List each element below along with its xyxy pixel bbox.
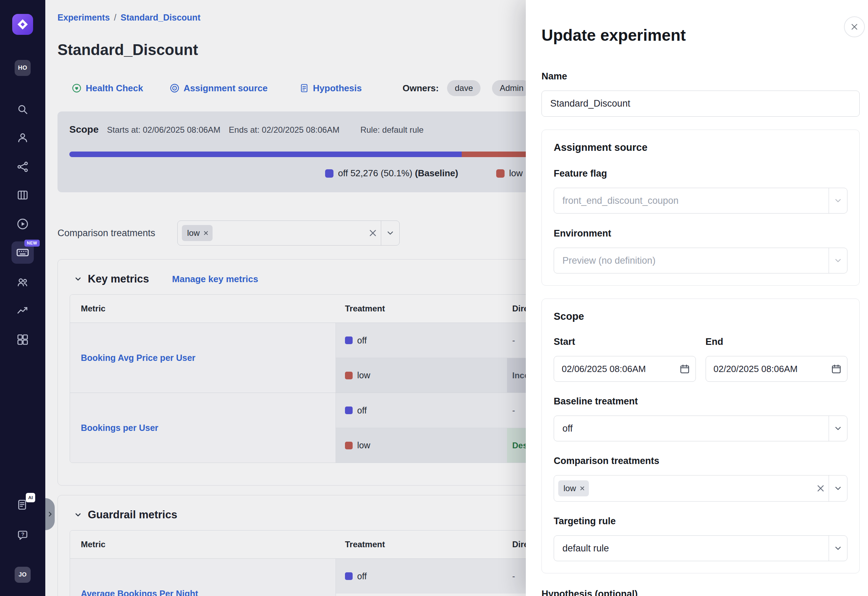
environment-select[interactable]: Preview (no definition) bbox=[554, 248, 847, 273]
metric-link[interactable]: Bookings per User bbox=[81, 423, 158, 433]
scope-section-title: Scope bbox=[554, 311, 847, 322]
sidebar-item-sessions[interactable] bbox=[14, 215, 31, 232]
metric-link[interactable]: Average Bookings Per Night bbox=[81, 589, 198, 596]
end-date-input[interactable]: 02/20/2025 08:06AM bbox=[706, 356, 848, 382]
treatment-chip-low[interactable]: low bbox=[558, 480, 589, 496]
sidebar-item-columns[interactable] bbox=[14, 187, 31, 204]
sidebar-item-audiences[interactable] bbox=[14, 274, 31, 291]
sidebar-item-help[interactable]: ? bbox=[14, 527, 31, 544]
feature-flag-label: Feature flag bbox=[554, 168, 847, 179]
off-swatch bbox=[345, 407, 353, 414]
search-icon bbox=[16, 103, 29, 116]
legend-baseline: off 52,276 (50.1%) (Baseline) bbox=[325, 168, 458, 179]
feature-gates-icon bbox=[16, 161, 29, 173]
manage-key-metrics-link[interactable]: Manage key metrics bbox=[172, 274, 258, 285]
new-badge: NEW bbox=[24, 240, 40, 246]
sidebar-item-metrics[interactable] bbox=[14, 302, 31, 319]
off-swatch bbox=[345, 572, 353, 580]
breadcrumb-separator: / bbox=[114, 13, 117, 22]
chevron-down-icon bbox=[829, 248, 847, 273]
page-title: Standard_Discount bbox=[58, 41, 198, 59]
ai-badge: AI bbox=[26, 493, 35, 502]
sidebar-item-gates[interactable] bbox=[14, 158, 31, 175]
metric-link[interactable]: Booking Avg Price per User bbox=[81, 353, 195, 363]
name-label: Name bbox=[542, 71, 860, 82]
scope-ends-at: Ends at: 02/20/2025 08:06AM bbox=[229, 125, 340, 135]
column-header-treatment: Treatment bbox=[336, 304, 507, 314]
treatment-name: off bbox=[357, 335, 366, 345]
collapse-chevron-icon[interactable] bbox=[73, 274, 83, 284]
owner-chip-admin[interactable]: Admin bbox=[492, 80, 531, 96]
chip-remove-icon[interactable] bbox=[203, 230, 209, 236]
collapse-chevron-icon[interactable] bbox=[73, 510, 83, 520]
comparison-treatments-multiselect[interactable]: low bbox=[177, 220, 400, 246]
comparison-treatments-multiselect[interactable]: low bbox=[554, 475, 847, 502]
targeting-rule-select[interactable]: default rule bbox=[554, 536, 847, 561]
feature-flag-value: front_end_discount_coupon bbox=[562, 195, 678, 206]
assignment-source-section: Assignment source Feature flag front_end… bbox=[542, 130, 860, 286]
clear-selection-icon[interactable] bbox=[813, 475, 829, 501]
chevron-down-icon[interactable] bbox=[381, 221, 399, 245]
assignment-source-link[interactable]: Assignment source bbox=[169, 83, 268, 94]
baseline-legend-suffix: (Baseline) bbox=[415, 168, 458, 179]
sidebar: HO NEW bbox=[0, 0, 45, 596]
chevron-right-icon bbox=[46, 510, 54, 518]
drawer-title: Update experiment bbox=[542, 26, 860, 44]
column-header-treatment: Treatment bbox=[336, 540, 507, 549]
hypothesis-link[interactable]: Hypothesis bbox=[299, 83, 362, 94]
guardrail-metrics-title: Guardrail metrics bbox=[88, 509, 177, 521]
workspace-badge[interactable]: HO bbox=[15, 60, 31, 76]
chip-remove-icon[interactable] bbox=[579, 485, 585, 491]
help-chat-icon: ? bbox=[16, 529, 29, 541]
sidebar-item-dashboards[interactable] bbox=[14, 331, 31, 348]
feature-flag-select[interactable]: front_end_discount_coupon bbox=[554, 188, 847, 214]
chevron-down-icon[interactable] bbox=[829, 475, 847, 501]
experiment-meta-row: Health Check Assignment source Hypothesi… bbox=[45, 78, 531, 98]
treatment-name: low bbox=[357, 440, 371, 450]
line-chart-icon bbox=[16, 304, 29, 317]
scope-rule: Rule: default rule bbox=[360, 125, 424, 135]
close-icon bbox=[850, 23, 859, 31]
sidebar-item-users[interactable] bbox=[14, 129, 31, 146]
treatment-name: off bbox=[357, 571, 366, 581]
low-swatch bbox=[345, 372, 353, 379]
experiment-name-input[interactable] bbox=[542, 91, 860, 117]
health-check-icon bbox=[71, 83, 82, 93]
baseline-treatment-select[interactable]: off bbox=[554, 416, 847, 441]
clear-selection-icon[interactable] bbox=[365, 221, 381, 245]
environment-label: Environment bbox=[554, 228, 847, 239]
app-logo[interactable] bbox=[12, 14, 33, 35]
chevron-down-icon bbox=[829, 188, 847, 213]
dashboard-grid-icon bbox=[16, 333, 29, 346]
low-swatch bbox=[345, 442, 353, 449]
calendar-icon bbox=[679, 364, 690, 374]
baseline-segment bbox=[69, 152, 462, 157]
owner-chip-dave[interactable]: dave bbox=[447, 80, 481, 96]
update-experiment-drawer: Update experiment Name Assignment source… bbox=[526, 0, 868, 596]
health-check-link[interactable]: Health Check bbox=[71, 83, 143, 94]
end-date-value: 02/20/2025 08:06AM bbox=[714, 364, 798, 375]
expand-panel-handle[interactable] bbox=[45, 498, 55, 530]
comparison-treatments-label: Comparison treatments bbox=[554, 456, 847, 466]
chevron-down-icon[interactable] bbox=[829, 536, 847, 561]
scope-panel-title: Scope bbox=[69, 124, 99, 135]
comparison-treatments-row: Comparison treatments low bbox=[58, 221, 400, 245]
key-metrics-title: Key metrics bbox=[88, 273, 149, 285]
treatment-chip-low[interactable]: low bbox=[182, 225, 213, 241]
breadcrumb-experiments[interactable]: Experiments bbox=[58, 13, 110, 22]
chip-label: low bbox=[564, 484, 576, 493]
experiments-icon bbox=[16, 246, 30, 260]
column-header-metric: Metric bbox=[70, 540, 336, 549]
off-swatch bbox=[345, 336, 353, 344]
chevron-down-icon[interactable] bbox=[829, 416, 847, 441]
start-date-value: 02/06/2025 08:06AM bbox=[562, 364, 646, 375]
assignment-source-section-title: Assignment source bbox=[554, 142, 847, 153]
user-icon bbox=[16, 131, 29, 144]
end-label: End bbox=[706, 336, 848, 347]
user-avatar[interactable]: JO bbox=[15, 567, 31, 583]
start-date-input[interactable]: 02/06/2025 08:06AM bbox=[554, 356, 696, 382]
baseline-treatment-label: Baseline treatment bbox=[554, 396, 847, 407]
breadcrumb-current[interactable]: Standard_Discount bbox=[121, 13, 200, 22]
close-drawer-button[interactable] bbox=[844, 16, 865, 37]
sidebar-item-search[interactable] bbox=[14, 101, 31, 118]
